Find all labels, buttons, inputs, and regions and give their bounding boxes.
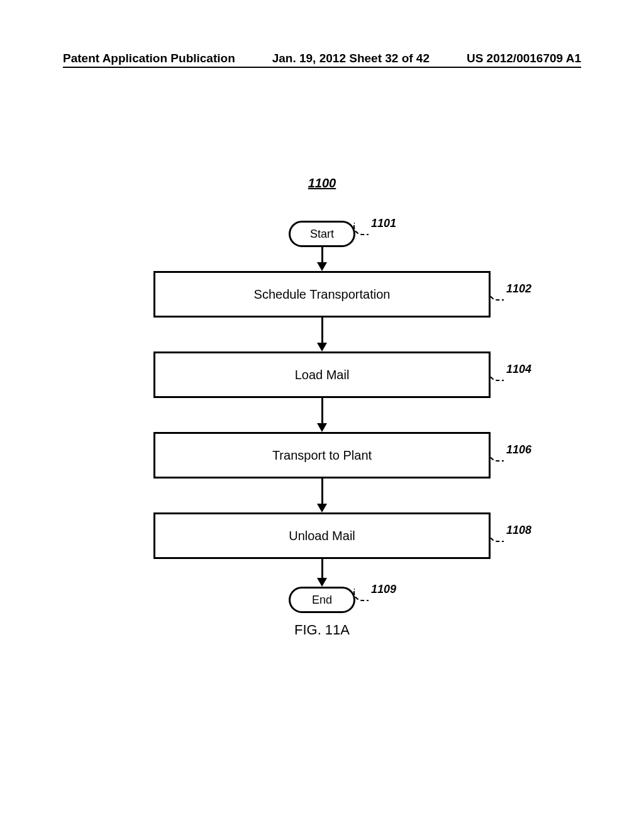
callout-number: 1102 (506, 282, 531, 296)
figure-number: 1100 (0, 176, 644, 191)
arrow-icon (317, 247, 327, 271)
schedule-transportation-step: Schedule Transportation 1102 (153, 271, 491, 318)
arrow-icon (317, 479, 327, 512)
step-label: Schedule Transportation (254, 287, 391, 302)
figure-caption: FIG. 11A (294, 622, 350, 638)
callout-number: 1109 (371, 583, 396, 596)
transport-to-plant-step: Transport to Plant 1106 (153, 432, 491, 479)
end-label: End (312, 594, 332, 607)
start-label: Start (310, 228, 334, 241)
callout-hook-icon (353, 223, 369, 235)
flowchart: 1100 Start 1101 Schedule Transportation … (0, 176, 644, 638)
callout-1101: 1101 (353, 223, 396, 235)
callout-1104: 1104 (489, 368, 531, 381)
callout-hook-icon (489, 449, 504, 462)
arrow-icon (317, 398, 327, 432)
callout-hook-icon (489, 529, 504, 542)
header-right: US 2012/0016709 A1 (467, 52, 581, 65)
unload-mail-step: Unload Mail 1108 (153, 512, 491, 559)
callout-number: 1106 (506, 443, 531, 456)
arrow-icon (317, 318, 327, 351)
header-center: Jan. 19, 2012 Sheet 32 of 42 (272, 52, 430, 65)
start-node: Start 1101 (289, 221, 355, 247)
page: Patent Application Publication Jan. 19, … (0, 0, 644, 830)
callout-1108: 1108 (489, 529, 531, 542)
step-label: Load Mail (295, 368, 350, 382)
callout-1106: 1106 (489, 449, 531, 462)
step-label: Unload Mail (289, 529, 355, 543)
callout-number: 1101 (371, 217, 396, 230)
header-rule (63, 67, 581, 68)
callout-hook-icon (489, 288, 504, 301)
callout-number: 1104 (506, 363, 531, 376)
callout-1102: 1102 (489, 288, 531, 301)
load-mail-step: Load Mail 1104 (153, 351, 491, 398)
page-header: Patent Application Publication Jan. 19, … (63, 52, 581, 65)
callout-1109: 1109 (353, 589, 396, 601)
header-left: Patent Application Publication (63, 52, 235, 65)
arrow-icon (317, 559, 327, 587)
step-label: Transport to Plant (272, 448, 372, 463)
callout-number: 1108 (506, 524, 531, 537)
callout-hook-icon (489, 368, 504, 381)
callout-hook-icon (353, 589, 369, 601)
end-node: End 1109 (289, 587, 355, 613)
